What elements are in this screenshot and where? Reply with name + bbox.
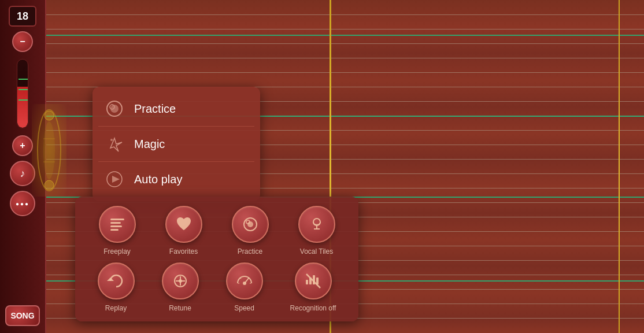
- svg-point-26: [179, 279, 182, 283]
- practice-button[interactable]: [232, 206, 269, 243]
- svg-point-9: [110, 139, 113, 141]
- volume-fill: [17, 87, 28, 128]
- favorites-label: Favorites: [169, 247, 198, 256]
- vol-marker-2: [18, 89, 28, 90]
- volume-plus-button[interactable]: +: [12, 135, 33, 156]
- svg-marker-22: [107, 278, 114, 281]
- speed-label: Speed: [234, 304, 254, 312]
- freeplay-control[interactable]: Freeplay: [99, 206, 136, 256]
- ornament-decoration: [32, 104, 66, 197]
- favorites-control[interactable]: Favorites: [165, 206, 202, 256]
- plus-icon: +: [20, 140, 25, 151]
- retune-label: Retune: [169, 304, 191, 312]
- replay-button[interactable]: [98, 262, 135, 299]
- string-line: [46, 14, 644, 15]
- svg-point-2: [45, 111, 54, 120]
- svg-point-3: [45, 180, 54, 190]
- vocal-tiles-button[interactable]: [298, 206, 335, 243]
- speed-control[interactable]: Speed: [226, 262, 263, 312]
- song-label: SONG: [10, 311, 34, 320]
- favorites-button[interactable]: [165, 206, 202, 243]
- controls-panel: Freeplay Favorites Practice: [75, 197, 358, 321]
- vol-marker-1: [18, 79, 28, 80]
- svg-rect-12: [110, 219, 124, 220]
- magic-mode-icon: [104, 134, 125, 154]
- freeplay-button[interactable]: [99, 206, 136, 243]
- volume-area: [17, 59, 28, 128]
- song-button[interactable]: SONG: [5, 305, 40, 326]
- svg-marker-11: [112, 176, 120, 183]
- retune-button[interactable]: [162, 262, 199, 299]
- mode-item-practice[interactable]: Practice: [92, 91, 260, 126]
- string-line: [46, 43, 644, 44]
- recognition-off-button[interactable]: [295, 262, 332, 299]
- practice-label: Practice: [134, 102, 176, 116]
- speed-button[interactable]: [226, 262, 263, 299]
- minus-icon: −: [20, 36, 25, 47]
- svg-rect-33: [306, 280, 308, 284]
- volume-minus-button[interactable]: −: [12, 31, 33, 52]
- recognition-off-label: Recognition off: [290, 304, 336, 312]
- svg-point-17: [247, 221, 253, 227]
- practice-label-2: Practice: [238, 247, 262, 256]
- mode-menu: Practice Magic Auto play: [92, 87, 260, 201]
- svg-rect-15: [110, 229, 119, 231]
- string-line: [46, 29, 644, 29]
- more-icon: ●●●: [16, 201, 29, 207]
- svg-point-28: [243, 282, 246, 285]
- string-line: [46, 72, 644, 73]
- controls-row-1: Freeplay Favorites Practice: [87, 206, 347, 256]
- mode-item-magic[interactable]: Magic: [92, 127, 260, 161]
- autoplay-mode-icon: [104, 169, 125, 190]
- vol-marker-3: [18, 99, 28, 101]
- replay-control[interactable]: Replay: [98, 262, 135, 312]
- freeplay-label: Freeplay: [103, 247, 131, 256]
- vocal-tiles-control[interactable]: Vocal Tiles: [298, 206, 335, 256]
- number-badge: 18: [9, 6, 36, 27]
- retune-control[interactable]: Retune: [162, 262, 199, 312]
- bridge-line-right: [619, 0, 620, 333]
- number-value: 18: [17, 10, 28, 23]
- mode-item-autoplay[interactable]: Auto play: [92, 162, 260, 197]
- svg-rect-14: [110, 225, 122, 227]
- recognition-off-control[interactable]: Recognition off: [290, 262, 336, 312]
- practice-mode-icon: [104, 98, 125, 119]
- practice-control[interactable]: Practice: [232, 206, 269, 256]
- volume-slider[interactable]: [17, 59, 28, 128]
- controls-row-2: Replay Retune: [87, 262, 347, 312]
- controls-separator: [87, 256, 347, 262]
- replay-label: Replay: [105, 304, 127, 312]
- svg-point-1: [43, 121, 55, 179]
- green-string: [46, 35, 644, 36]
- music-icon: ♪: [20, 168, 25, 180]
- svg-rect-13: [110, 222, 121, 224]
- vocal-tiles-label: Vocal Tiles: [300, 247, 333, 256]
- string-line: [46, 58, 644, 58]
- magic-label: Magic: [134, 138, 165, 151]
- autoplay-label: Auto play: [134, 173, 182, 186]
